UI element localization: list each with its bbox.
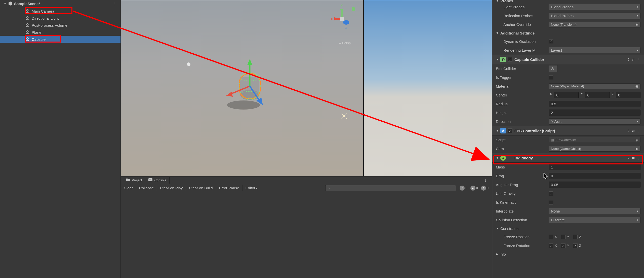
object-picker-icon[interactable]: ◉ <box>635 147 638 151</box>
radius-input[interactable]: 0.5 <box>549 101 640 107</box>
constraints-header[interactable]: ▼ Constraints <box>492 224 644 232</box>
console-clear-button[interactable]: Clear <box>121 185 136 191</box>
dynamic-occlusion-row: Dynamic Occlusion <box>492 37 644 46</box>
item-label: Capsule <box>32 37 46 42</box>
rigidbody-header[interactable]: ▼ ● Rigidbody ? ⇄ ⋮ <box>492 153 644 163</box>
foldout-icon: ▶ <box>496 252 498 256</box>
console-toolbar: Clear Collapse Clear on Play Clear on Bu… <box>121 184 492 192</box>
direction-row: Direction Y-Axis <box>492 117 644 126</box>
scene-view[interactable]: y x z ≡ Persp <box>121 0 364 176</box>
console-tab[interactable]: Console <box>145 177 170 184</box>
probes-header[interactable]: ▼ Probes <box>492 0 644 3</box>
svg-line-28 <box>342 114 343 115</box>
center-z-input[interactable]: 0 <box>616 92 640 98</box>
anchor-override-field[interactable]: None (Transform)◉ <box>549 22 640 27</box>
capsule-collider-header[interactable]: ▼ ◐ Capsule Collider ? ⇄ ⋮ <box>492 55 644 64</box>
fps-controller-header[interactable]: ▼ # FPS Controller (Script) ? ⇄ ⋮ <box>492 126 644 135</box>
search-icon: ⌕ <box>328 186 330 190</box>
component-enabled-checkbox[interactable] <box>508 128 512 133</box>
object-picker-icon[interactable]: ◉ <box>635 23 638 26</box>
physic-material-field[interactable]: None (Physic Material)◉ <box>549 83 640 89</box>
object-picker-icon[interactable]: ◉ <box>635 84 638 88</box>
additional-settings-header[interactable]: ▼ Additional Settings <box>492 29 644 37</box>
preset-icon[interactable]: ⇄ <box>632 129 635 133</box>
kebab-menu-icon[interactable]: ⋮ <box>113 2 117 6</box>
rendering-layer-row: Rendering Layer M Layer1 <box>492 46 644 55</box>
kebab-menu-icon[interactable]: ⋮ <box>637 58 640 61</box>
lower-tabs: Project Console ⋮ <box>121 176 492 184</box>
hierarchy-item-postprocess[interactable]: Post-process Volume <box>0 22 120 29</box>
freeze-pos-x-checkbox[interactable] <box>549 235 553 239</box>
console-error-pause-button[interactable]: Error Pause <box>216 185 243 191</box>
interpolate-dropdown[interactable]: None <box>549 208 640 214</box>
is-kinematic-row: Is Kinematic <box>492 198 644 207</box>
mass-row: Mass 1 <box>492 163 644 171</box>
drag-input[interactable]: 0 <box>549 173 640 179</box>
angular-drag-input[interactable]: 0.05 <box>549 182 640 188</box>
console-clear-on-play-button[interactable]: Clear on Play <box>157 185 186 191</box>
is-trigger-checkbox[interactable] <box>549 75 553 80</box>
is-kinematic-checkbox[interactable] <box>549 200 553 205</box>
console-error-count[interactable]: !0 <box>481 186 489 191</box>
edit-collider-button[interactable] <box>549 65 558 72</box>
game-view[interactable] <box>364 0 492 176</box>
hierarchy-item-main-camera[interactable]: Main Camera <box>0 8 120 15</box>
dynamic-occlusion-checkbox[interactable] <box>549 39 553 44</box>
height-input[interactable]: 2 <box>549 110 640 116</box>
center-row: Center X0 Y0 Z0 <box>492 91 644 99</box>
radius-row: Radius 0.5 <box>492 99 644 108</box>
reflection-probes-row: Reflection Probes Blend Probes <box>492 11 644 20</box>
scene-capsule-object[interactable] <box>237 71 264 116</box>
cam-row: Cam None (Game Object)◉ <box>492 144 644 153</box>
freeze-pos-z-checkbox[interactable] <box>573 235 578 239</box>
rendering-layer-dropdown[interactable]: Layer1 <box>549 47 640 53</box>
kebab-menu-icon[interactable]: ⋮ <box>637 156 640 160</box>
svg-rect-34 <box>149 180 150 180</box>
center-x-input[interactable]: 0 <box>554 92 579 98</box>
orientation-gizmo[interactable]: y x z <box>328 3 356 36</box>
error-icon: ! <box>481 186 486 191</box>
reflection-probes-dropdown[interactable]: Blend Probes <box>549 13 640 19</box>
interpolate-row: Interpolate None <box>492 207 644 216</box>
collision-detection-dropdown[interactable]: Discrete <box>549 217 640 223</box>
center-y-input[interactable]: 0 <box>585 92 610 98</box>
component-enabled-checkbox[interactable] <box>508 57 512 62</box>
height-row: Height 2 <box>492 108 644 117</box>
console-info-count[interactable]: !0 <box>460 186 467 191</box>
cam-field[interactable]: None (Game Object)◉ <box>549 146 640 152</box>
console-search-input[interactable] <box>325 185 456 191</box>
axis-x-label: x <box>331 17 333 21</box>
hierarchy-item-capsule[interactable]: Capsule <box>0 36 120 43</box>
item-label: Plane <box>32 30 41 34</box>
kebab-menu-icon[interactable]: ⋮ <box>484 178 490 182</box>
hierarchy-item-plane[interactable]: Plane <box>0 29 120 36</box>
preset-icon[interactable]: ⇄ <box>632 58 635 61</box>
mass-input[interactable]: 1 <box>549 164 640 170</box>
project-tab[interactable]: Project <box>123 177 145 184</box>
light-probes-dropdown[interactable]: Blend Probes <box>549 4 640 10</box>
freeze-pos-y-checkbox[interactable] <box>561 235 566 239</box>
use-gravity-checkbox[interactable] <box>549 191 553 196</box>
camera-mode-label[interactable]: ≡ Persp <box>339 41 351 45</box>
help-icon[interactable]: ? <box>628 58 629 61</box>
hierarchy-item-directional-light[interactable]: Directional Light <box>0 15 120 22</box>
console-collapse-button[interactable]: Collapse <box>136 185 157 191</box>
freeze-rot-y-checkbox[interactable] <box>561 244 566 248</box>
direction-dropdown[interactable]: Y-Axis <box>549 118 640 125</box>
help-icon[interactable]: ? <box>628 156 629 160</box>
preset-icon[interactable]: ⇄ <box>632 156 635 160</box>
console-body[interactable] <box>121 192 492 278</box>
console-clear-on-build-button[interactable]: Clear on Build <box>186 185 216 191</box>
help-icon[interactable]: ? <box>628 129 629 133</box>
console-warn-count[interactable]: ▲0 <box>470 186 478 191</box>
svg-marker-17 <box>247 59 252 65</box>
console-editor-dropdown[interactable]: Editor <box>243 185 261 191</box>
hierarchy-scene-header[interactable]: ▼ SampleScene* ⋮ <box>0 0 120 7</box>
gameobject-icon <box>25 16 30 20</box>
freeze-rot-z-checkbox[interactable] <box>573 244 578 248</box>
info-header[interactable]: ▶ Info <box>492 250 644 258</box>
script-field: ▦FPSController◉ <box>549 137 640 143</box>
freeze-rot-x-checkbox[interactable] <box>549 244 553 248</box>
svg-marker-0 <box>9 2 12 6</box>
kebab-menu-icon[interactable]: ⋮ <box>637 129 640 133</box>
